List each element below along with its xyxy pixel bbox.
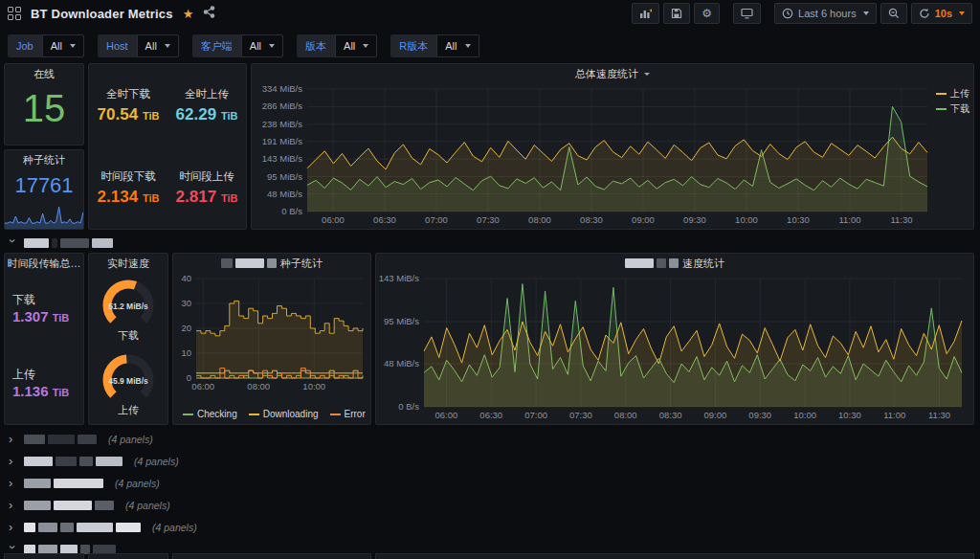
svg-text:11:00: 11:00 <box>838 214 860 225</box>
chevron-down-icon <box>959 11 965 15</box>
panels-count: (4 panels) <box>134 456 179 467</box>
cycle-view-button[interactable] <box>733 3 761 24</box>
seeds-chart[interactable]: 01020304006:0008:0010:00 <box>173 273 370 393</box>
redacted-row-title <box>24 435 97 444</box>
svg-text:11:00: 11:00 <box>883 410 905 420</box>
svg-text:07:00: 07:00 <box>524 410 547 420</box>
svg-text:10: 10 <box>181 347 191 358</box>
chevron-down-icon: › <box>7 546 19 553</box>
panel-stub <box>88 553 168 559</box>
filter-job: JobAll <box>8 34 84 57</box>
row-collapsed-2[interactable]: › (4 panels) <box>0 451 980 471</box>
panel-title[interactable]: 时间段传输总… <box>5 254 83 273</box>
panel-speed-chart[interactable]: 速度统计 0 B/s48 MiB/s95 MiB/s143 MiB/s06:00… <box>375 253 974 425</box>
chevron-down-icon <box>863 11 869 15</box>
period-upload-value: 2.817 TiB <box>176 188 238 207</box>
svg-text:07:30: 07:30 <box>569 410 592 420</box>
svg-text:0 B/s: 0 B/s <box>398 401 419 412</box>
svg-text:09:00: 09:00 <box>632 214 655 225</box>
refresh-icon <box>919 8 930 19</box>
row-collapsed-4[interactable]: › (4 panels) <box>0 495 980 515</box>
row-collapsed-5[interactable]: › (4 panels) <box>0 517 980 537</box>
svg-text:10:00: 10:00 <box>735 214 758 225</box>
gauge-upload: 45.9 MiB/s 上传 <box>89 353 167 417</box>
row-collapsed-1[interactable]: › (4 panels) <box>0 429 980 449</box>
navbar: BT Downloader Metrics ★ ★ ⚙ Last 6 hours… <box>0 0 980 27</box>
panel-overall-speed-chart[interactable]: 总体速度统计 0 B/s48 MiB/s95 MiB/s143 MiB/s191… <box>251 63 974 230</box>
panel-title[interactable]: 总体速度统计 <box>252 64 973 83</box>
panel-online-stat[interactable]: 在线 15 <box>4 63 84 145</box>
clock-icon <box>782 8 793 19</box>
filter-label: Job <box>8 34 42 57</box>
row-header-expanded[interactable]: › <box>0 233 980 253</box>
favorite-star-icon[interactable]: ★ <box>183 7 194 21</box>
svg-text:06:00: 06:00 <box>435 410 458 420</box>
svg-text:06:00: 06:00 <box>322 214 345 225</box>
refresh-interval-label[interactable]: 10s <box>935 8 952 19</box>
svg-text:48 MiB/s: 48 MiB/s <box>384 358 419 369</box>
template-variables-row: JobAll HostAll 客户端All 版本All R版本All <box>8 34 479 57</box>
panel-seeds-chart[interactable]: 种子统计 01020304006:0008:0010:00 CheckingDo… <box>172 253 371 425</box>
panels-count: (4 panels) <box>152 522 197 533</box>
panel-title[interactable]: 种子统计 <box>5 150 83 169</box>
stat-label: 时间段上传 <box>179 169 234 184</box>
panel-period-transfer-total[interactable]: 时间段传输总… 下载 1.307 TiB 上传 1.136 TiB <box>4 253 84 425</box>
seeds-total-value: 17761 <box>5 173 83 198</box>
filter-value-dropdown[interactable]: All <box>42 34 84 57</box>
svg-text:06:30: 06:30 <box>479 410 502 420</box>
row-collapsed-3[interactable]: › (4 panels) <box>0 473 980 493</box>
filter-value-dropdown[interactable]: All <box>436 34 479 57</box>
svg-text:10:00: 10:00 <box>302 381 325 391</box>
chevron-down-icon: › <box>7 239 19 247</box>
svg-text:45.9 MiB/s: 45.9 MiB/s <box>108 376 148 386</box>
redacted-row-title <box>24 479 103 488</box>
svg-text:09:30: 09:30 <box>683 214 706 225</box>
panel-transfer-stats[interactable]: 全时下载 70.54 TiB 全时上传 62.29 TiB 时间段下载 2.13… <box>88 63 247 230</box>
panel-title[interactable]: 种子统计 <box>173 254 370 273</box>
filter-rversion: R版本All <box>390 34 479 57</box>
svg-text:191 MiB/s: 191 MiB/s <box>262 136 302 146</box>
panel-seeds-total-stat[interactable]: 种子统计 17761 <box>4 149 84 230</box>
add-panel-button[interactable]: ★ <box>632 3 659 24</box>
time-range-label: Last 6 hours <box>798 8 857 19</box>
save-dashboard-button[interactable] <box>663 3 690 24</box>
overall-speed-chart[interactable]: 0 B/s48 MiB/s95 MiB/s143 MiB/s191 MiB/s2… <box>252 83 973 229</box>
panel-title[interactable]: 在线 <box>5 64 83 83</box>
svg-text:07:00: 07:00 <box>425 214 448 225</box>
all-time-upload-value: 62.29 TiB <box>176 105 238 124</box>
refresh-button[interactable]: 10s <box>911 3 972 24</box>
stat-label: 全时上传 <box>185 87 229 101</box>
period-transfer-download: 下载 1.307 TiB <box>12 292 69 324</box>
chevron-right-icon: › <box>9 477 16 489</box>
speed-chart[interactable]: 0 B/s48 MiB/s95 MiB/s143 MiB/s06:0006:30… <box>376 273 973 424</box>
svg-text:06:30: 06:30 <box>373 214 396 225</box>
chevron-right-icon: › <box>9 499 16 511</box>
filter-host: HostAll <box>98 34 179 57</box>
panel-title[interactable]: 实时速度 <box>89 254 167 273</box>
dashboard-title: BT Downloader Metrics <box>31 7 173 21</box>
svg-text:08:00: 08:00 <box>614 410 637 420</box>
filter-value-dropdown[interactable]: All <box>137 34 179 57</box>
panels-count: (4 panels) <box>115 478 160 489</box>
filter-value-dropdown[interactable]: All <box>241 34 283 57</box>
time-range-picker[interactable]: Last 6 hours <box>774 3 877 24</box>
svg-text:08:30: 08:30 <box>659 410 682 420</box>
redacted-title-part <box>221 258 277 268</box>
dashboard-settings-button[interactable]: ⚙ <box>694 3 720 24</box>
svg-text:10:30: 10:30 <box>838 410 861 420</box>
zoom-out-button[interactable] <box>880 3 907 24</box>
gauge-download: 51.2 MiB/s 下载 <box>89 279 167 343</box>
period-download-value: 2.134 TiB <box>98 188 160 207</box>
filter-value-dropdown[interactable]: All <box>335 34 377 57</box>
all-time-download-value: 70.54 TiB <box>98 105 160 124</box>
chevron-right-icon: › <box>9 433 16 445</box>
panel-realtime-speed[interactable]: 实时速度 51.2 MiB/s 下载 45.9 MiB/s 上传 <box>88 253 168 425</box>
svg-text:0 B/s: 0 B/s <box>281 206 302 216</box>
share-icon[interactable] <box>203 5 215 22</box>
grafana-logo-icon[interactable] <box>8 7 21 20</box>
filter-label: 版本 <box>297 34 335 57</box>
svg-text:143 MiB/s: 143 MiB/s <box>262 153 302 164</box>
redacted-row-title <box>24 238 113 248</box>
svg-text:06:00: 06:00 <box>191 381 214 391</box>
panel-title[interactable]: 速度统计 <box>376 254 973 273</box>
